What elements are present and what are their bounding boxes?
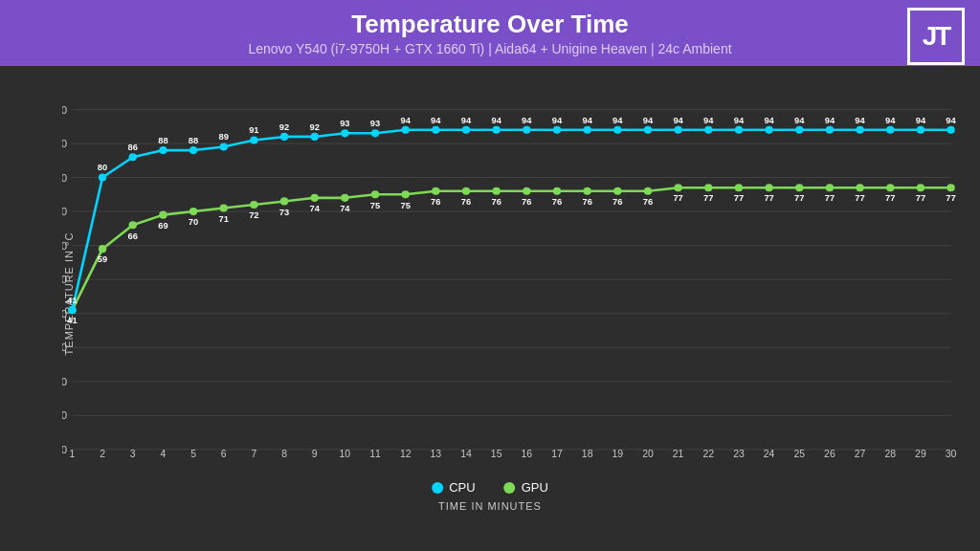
svg-text:77: 77	[946, 194, 955, 204]
svg-text:75: 75	[400, 201, 410, 210]
svg-point-68	[311, 194, 319, 202]
svg-point-84	[553, 187, 561, 195]
svg-text:73: 73	[279, 208, 289, 217]
svg-text:14: 14	[460, 449, 472, 459]
svg-text:26: 26	[824, 449, 835, 459]
svg-text:24: 24	[764, 449, 775, 459]
svg-point-168	[917, 126, 924, 134]
svg-text:8: 8	[281, 449, 287, 459]
svg-text:30: 30	[946, 449, 957, 459]
svg-text:29: 29	[915, 449, 926, 459]
svg-text:20: 20	[62, 376, 67, 387]
svg-text:66: 66	[128, 231, 138, 241]
svg-point-76	[432, 187, 439, 195]
svg-point-156	[735, 126, 743, 134]
svg-text:77: 77	[794, 194, 804, 204]
svg-text:92: 92	[279, 122, 289, 132]
svg-text:76: 76	[491, 197, 501, 207]
svg-text:30: 30	[62, 342, 67, 353]
svg-text:0: 0	[62, 444, 67, 455]
svg-point-140	[492, 126, 500, 134]
svg-point-160	[795, 126, 803, 134]
svg-text:76: 76	[431, 197, 440, 207]
svg-point-136	[432, 126, 439, 134]
legend-gpu: GPU	[504, 480, 548, 495]
svg-text:94: 94	[855, 116, 865, 125]
svg-text:86: 86	[128, 143, 138, 152]
svg-point-130	[341, 129, 348, 137]
svg-point-60	[189, 208, 197, 215]
svg-point-96	[735, 184, 743, 191]
svg-text:60: 60	[62, 240, 67, 252]
svg-text:2: 2	[100, 449, 105, 459]
svg-point-98	[765, 184, 772, 191]
svg-text:93: 93	[370, 119, 380, 128]
svg-text:10: 10	[340, 449, 351, 459]
svg-text:70: 70	[62, 206, 67, 217]
svg-text:77: 77	[916, 194, 925, 204]
svg-point-106	[886, 184, 894, 191]
svg-point-120	[189, 146, 197, 154]
svg-text:23: 23	[733, 449, 745, 459]
svg-text:17: 17	[551, 449, 563, 459]
logo-text: JT	[923, 21, 950, 52]
svg-text:12: 12	[400, 449, 412, 459]
svg-point-92	[674, 184, 681, 191]
svg-text:76: 76	[552, 197, 562, 207]
svg-text:19: 19	[612, 449, 624, 459]
svg-point-72	[371, 190, 379, 198]
svg-text:80: 80	[62, 172, 67, 184]
svg-text:100: 100	[62, 104, 67, 116]
svg-point-90	[644, 187, 652, 195]
svg-point-166	[886, 126, 894, 134]
svg-text:11: 11	[369, 449, 381, 459]
legend: CPU GPU	[432, 480, 548, 495]
svg-point-108	[917, 184, 924, 191]
svg-text:94: 94	[673, 116, 683, 125]
svg-text:94: 94	[612, 116, 623, 125]
svg-text:94: 94	[431, 116, 441, 125]
svg-text:94: 94	[522, 116, 532, 125]
svg-point-62	[220, 204, 228, 211]
svg-point-142	[523, 126, 530, 134]
svg-point-114	[99, 173, 106, 181]
svg-point-102	[826, 184, 834, 191]
svg-text:94: 94	[461, 116, 472, 125]
svg-text:88: 88	[189, 136, 198, 145]
svg-text:28: 28	[884, 449, 896, 459]
svg-text:74: 74	[340, 204, 350, 213]
svg-text:94: 94	[825, 116, 835, 125]
svg-text:77: 77	[825, 194, 835, 204]
svg-point-94	[704, 184, 712, 191]
svg-text:94: 94	[582, 116, 592, 125]
svg-text:16: 16	[522, 449, 533, 459]
svg-text:94: 94	[734, 116, 745, 125]
svg-point-124	[250, 136, 257, 143]
svg-text:93: 93	[340, 119, 349, 128]
svg-point-134	[402, 126, 410, 134]
svg-point-148	[613, 126, 621, 134]
legend-cpu-label: CPU	[449, 480, 475, 495]
svg-point-100	[795, 184, 803, 191]
svg-text:88: 88	[158, 136, 167, 145]
svg-text:74: 74	[309, 204, 320, 213]
svg-text:59: 59	[98, 254, 107, 264]
svg-text:94: 94	[400, 116, 411, 125]
svg-text:94: 94	[946, 116, 956, 125]
svg-point-56	[129, 221, 137, 229]
svg-text:77: 77	[855, 194, 864, 204]
svg-text:18: 18	[582, 449, 593, 459]
svg-text:13: 13	[431, 449, 442, 459]
svg-text:22: 22	[702, 449, 714, 459]
svg-text:1: 1	[70, 449, 76, 459]
svg-text:92: 92	[309, 122, 319, 132]
svg-text:75: 75	[370, 201, 380, 210]
svg-text:77: 77	[673, 194, 682, 204]
svg-text:94: 94	[916, 116, 926, 125]
svg-text:90: 90	[62, 138, 67, 149]
legend-gpu-dot	[504, 482, 516, 494]
svg-point-64	[250, 201, 257, 209]
svg-point-86	[583, 187, 590, 195]
svg-text:6: 6	[221, 449, 227, 459]
svg-text:27: 27	[855, 449, 866, 459]
